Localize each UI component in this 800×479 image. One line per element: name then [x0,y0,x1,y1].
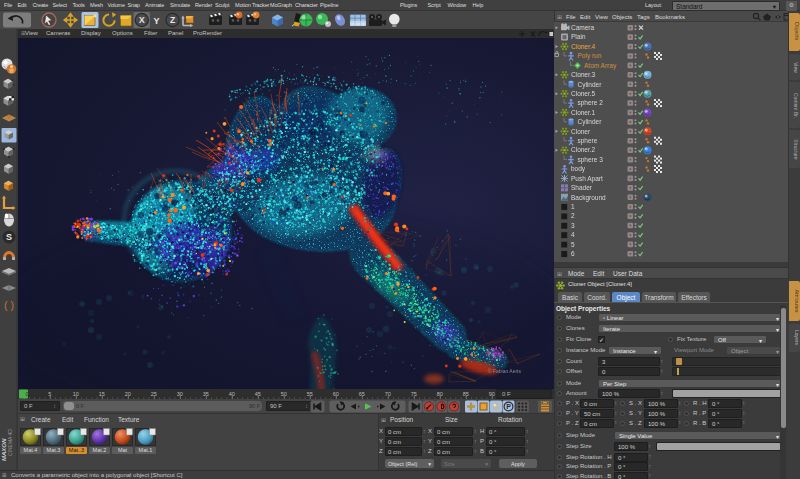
svg-text:0: 0 [26,391,29,397]
svg-text:1: 1 [571,203,575,210]
svg-text:45: 45 [255,391,261,397]
svg-text:Cloner.5: Cloner.5 [571,90,596,97]
svg-text:Cloner.2: Cloner.2 [571,146,596,153]
svg-text:Cylinder: Cylinder [578,118,603,126]
svg-text:Push Apart: Push Apart [571,175,603,183]
svg-text:X: X [139,15,145,25]
svg-text:Background: Background [571,194,606,202]
svg-text:Cloner: Cloner [571,128,591,135]
svg-text:70: 70 [385,391,391,397]
svg-text:Z: Z [170,15,175,25]
svg-text:15: 15 [99,391,105,397]
svg-text:Cloner.3: Cloner.3 [571,71,596,78]
svg-text:(): () [3,301,15,312]
svg-text:3: 3 [571,222,575,229]
svg-text:Atom Array: Atom Array [584,62,617,70]
svg-text:Y: Y [153,16,159,26]
svg-text:20: 20 [125,391,131,397]
svg-text:5: 5 [571,241,575,248]
svg-text:25: 25 [151,391,157,397]
svg-text:sphere 2: sphere 2 [578,99,604,107]
svg-text:2: 2 [571,212,575,219]
svg-text:sphere 3: sphere 3 [578,156,604,164]
svg-text:sphere: sphere [578,137,598,145]
svg-text:65: 65 [359,391,365,397]
svg-text:S: S [6,232,12,242]
svg-text:80: 80 [437,391,443,397]
svg-text:35: 35 [203,391,209,397]
svg-text:40: 40 [229,391,235,397]
svg-text:55: 55 [307,391,313,397]
svg-text:4: 4 [571,231,575,238]
svg-text:Cylinder: Cylinder [578,81,603,89]
svg-text:6: 6 [571,250,575,257]
svg-text:Poly run: Poly run [578,52,602,60]
svg-text:85: 85 [463,391,469,397]
svg-text:© Fabian Aerts: © Fabian Aerts [488,368,522,374]
svg-text:P: P [506,403,511,410]
svg-text:Camera: Camera [571,24,595,31]
svg-text:90: 90 [489,391,495,397]
svg-text:5: 5 [48,391,51,397]
svg-text:Plain: Plain [571,33,586,40]
svg-text:Shader: Shader [571,184,593,191]
svg-text:30: 30 [177,391,183,397]
svg-text:50: 50 [281,391,287,397]
svg-text:Cloner.1: Cloner.1 [571,109,596,116]
svg-text:75: 75 [411,391,417,397]
svg-text:0 F: 0 F [502,391,511,397]
svg-text:60: 60 [333,391,339,397]
svg-text:10: 10 [73,391,79,397]
svg-text:body: body [571,165,586,173]
svg-text:Cloner.4: Cloner.4 [571,43,596,50]
